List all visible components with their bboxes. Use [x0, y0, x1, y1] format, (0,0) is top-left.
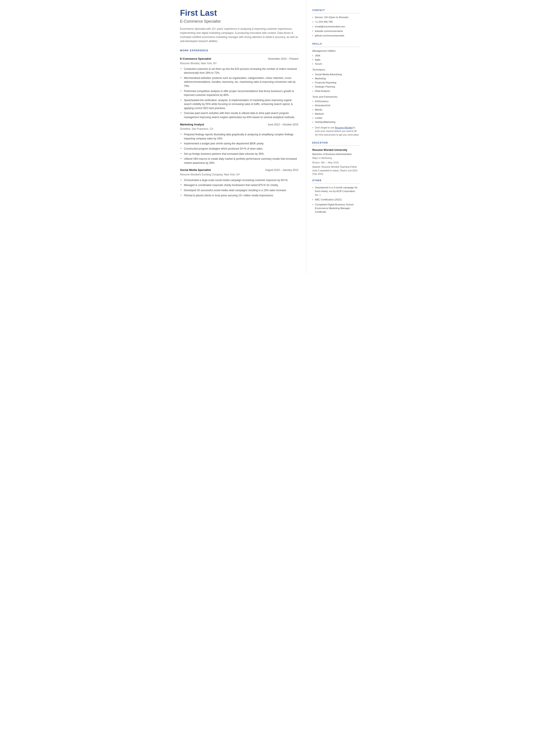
skill-kissmetrics: KISSmetrics — [312, 99, 359, 103]
skill-scrum: Scrum — [312, 62, 359, 66]
job-2-title: Marketing Analyst — [180, 123, 204, 127]
edu-major: Major in Marketing — [312, 156, 359, 160]
candidate-summary: Ecommerce Specialist with 10+ years' exp… — [180, 27, 298, 43]
skill-retentiongrid: RetentionGrid — [312, 104, 359, 107]
job-2-dates: June 2013 – October 2015 — [268, 123, 298, 126]
job-3-dates: August 2010 – January 2013 — [265, 168, 298, 172]
other-heading: OTHER — [312, 179, 359, 182]
job-2-company: Growthsi, San Francisco, CA — [180, 127, 298, 131]
skills-cat-2: Techniques: — [312, 68, 359, 71]
contact-github: github.com/resumeworded — [312, 34, 359, 38]
other-item-1: Volunteered in a 3-month campaign for fo… — [312, 186, 359, 197]
skills-list-2: Social Media Advertising Marketing Finan… — [312, 72, 359, 93]
contact-linkedin: linkedin.com/in/username — [312, 29, 359, 33]
job-2-bullet-1: Prepared findings reports illustrating d… — [180, 132, 298, 141]
resume-worded-link[interactable]: Resume Worded — [335, 126, 352, 129]
job-3-title: Social Media Specialist — [180, 168, 211, 172]
skill-marketo: Marketo — [312, 112, 359, 116]
job-2-bullets: Prepared findings reports illustrating d… — [180, 132, 298, 165]
skills-list-1: JIRA Agile Scrum — [312, 54, 359, 66]
other-item-2: ABC Certification (2022) — [312, 198, 359, 202]
skill-strategic-planning: Strategic Planning — [312, 85, 359, 89]
candidate-name: First Last — [180, 9, 298, 18]
job-1-bullet-3: Performed competitive analysis to offer … — [180, 89, 298, 97]
work-experience-divider — [180, 53, 298, 54]
education-heading: EDUCATION — [312, 141, 359, 144]
skill-looker: Looker — [312, 116, 359, 120]
skills-list-3: KISSmetrics RetentionGrid Metrilo Market… — [312, 99, 359, 124]
job-2-bullet-2: Implemented a budget plan shrink saving … — [180, 142, 298, 146]
job-3-bullet-4: Pitched & placed clients in local press … — [180, 193, 298, 198]
job-3-company: Resume Worded's Exciting Company, New Yo… — [180, 173, 298, 177]
job-2-bullet-4: Set-up foreign business partners that in… — [180, 152, 298, 156]
edu-school: Resume Worded University — [312, 148, 359, 152]
job-1-bullet-4: Spearheaded the verification, analysis, … — [180, 98, 298, 110]
job-1-title: E-Commerce Specialist — [180, 57, 211, 61]
skills-note: Don't forget to use Resume Worded to sca… — [312, 126, 359, 137]
contact-email: email@resumeworded.com — [312, 25, 359, 28]
job-3-bullet-1: Orchestrated a large-scale social-media … — [180, 178, 298, 182]
job-3-bullet-3: Developed 35 successful social-media ret… — [180, 188, 298, 192]
other-list: Volunteered in a 3-month campaign for fo… — [312, 186, 359, 214]
job-1-bullet-2: Merchandised websites' products such as … — [180, 76, 298, 88]
skill-social-media: Social Media Advertising — [312, 72, 359, 76]
skill-agile: Agile — [312, 58, 359, 62]
job-1-bullet-5: Oversaw paid search activities with thei… — [180, 111, 298, 119]
contact-phone: +1-234-456-789 — [312, 20, 359, 24]
job-1-bullets: Contacted customers & set them up into t… — [180, 67, 298, 119]
job-1-header: E-Commerce Specialist November 2015 – Pr… — [180, 57, 298, 61]
edu-awards: Awards: Resume Worded Teaching Fellow (o… — [312, 165, 359, 176]
skill-data-analysis: Data Analysis — [312, 89, 359, 93]
edu-degree: Bachelor of Business Administration — [312, 153, 359, 156]
left-column: First Last E-Commerce Specialist Ecommer… — [171, 0, 306, 274]
job-3-bullets: Orchestrated a large-scale social-media … — [180, 178, 298, 197]
contact-location: Denver, OH (Open to Remote) — [312, 15, 359, 19]
skills-cat-3: Tools and Frameworks: — [312, 95, 359, 99]
skill-metrilo: Metrilo — [312, 108, 359, 112]
job-2: Marketing Analyst June 2013 – October 20… — [180, 123, 298, 165]
job-1-company: Resume Worded, New York, NY — [180, 61, 298, 65]
contact-divider — [312, 13, 359, 14]
edu-location-date: Boston, MA — May 2018 — [312, 161, 359, 164]
skills-divider — [312, 47, 359, 47]
skills-cat-1: Management Utilities: — [312, 49, 359, 53]
skill-hubspot: HubSpotMarketing — [312, 120, 359, 124]
job-1-bullet-1: Contacted customers & set them up into t… — [180, 67, 298, 75]
job-2-bullet-5: Utilized VBA macros to create daily mark… — [180, 157, 298, 165]
contact-heading: CONTACT — [312, 9, 359, 12]
contact-list: Denver, OH (Open to Remote) +1-234-456-7… — [312, 15, 359, 38]
job-1: E-Commerce Specialist November 2015 – Pr… — [180, 57, 298, 119]
job-2-bullet-3: Constructed program strategies which pro… — [180, 147, 298, 151]
job-2-header: Marketing Analyst June 2013 – October 20… — [180, 123, 298, 127]
skills-note-prefix: Don't forget to use — [315, 126, 335, 129]
skill-financial-reporting: Financial Reporting — [312, 81, 359, 84]
job-3: Social Media Specialist August 2010 – Ja… — [180, 168, 298, 197]
education-divider — [312, 146, 359, 146]
skills-heading: SKILLS — [312, 42, 359, 45]
candidate-title: E-Commerce Specialist — [180, 18, 298, 24]
work-experience-heading: WORK EXPERIENCE — [180, 49, 298, 52]
right-column: CONTACT Denver, OH (Open to Remote) +1-2… — [306, 0, 365, 274]
job-1-dates: November 2015 – Present — [268, 57, 298, 61]
skill-marketing: Marketing — [312, 77, 359, 80]
job-3-bullet-2: Managed & coordinated corporate charity … — [180, 183, 298, 187]
skill-jira: JIRA — [312, 54, 359, 58]
job-3-header: Social Media Specialist August 2010 – Ja… — [180, 168, 298, 172]
other-item-3: Completed Digital Business School Ecomme… — [312, 203, 359, 214]
